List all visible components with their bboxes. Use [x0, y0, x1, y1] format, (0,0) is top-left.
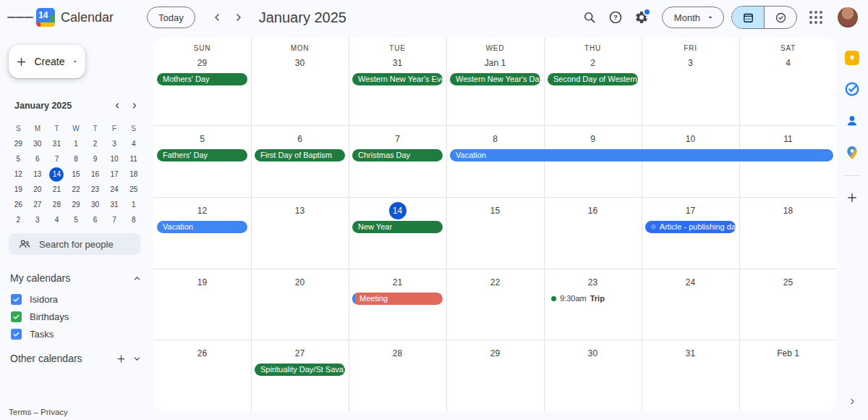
day-cell[interactable]: 13 [251, 198, 349, 219]
day-cell[interactable]: FRI3 [642, 38, 739, 72]
day-cell[interactable]: 8 [446, 126, 544, 148]
day-cell[interactable]: 10 [642, 126, 739, 148]
mini-day-cell[interactable]: 8 [67, 151, 86, 167]
search-button[interactable] [576, 4, 603, 30]
calendar-view-toggle[interactable] [732, 7, 764, 28]
day-cell[interactable]: 16 [544, 198, 642, 219]
day-cell[interactable]: 24 [642, 269, 739, 291]
help-button[interactable]: ? [603, 4, 629, 30]
mini-day-cell[interactable]: 5 [9, 151, 28, 167]
mini-day-cell[interactable]: 13 [28, 167, 48, 182]
maps-panel-button[interactable] [841, 142, 864, 165]
view-selector[interactable]: Month [662, 7, 724, 28]
chevron-down-icon[interactable] [132, 354, 142, 364]
day-cell[interactable]: 28 [349, 340, 446, 362]
mini-day-cell[interactable]: 6 [85, 212, 105, 227]
hide-panel-button[interactable] [841, 390, 864, 413]
mini-day-cell[interactable]: 17 [105, 167, 124, 182]
date-number[interactable]: 30 [584, 345, 602, 362]
create-button[interactable]: Create [9, 45, 85, 78]
google-apps-button[interactable] [803, 4, 829, 30]
day-cell[interactable]: SAT4 [739, 38, 837, 72]
mini-day-cell[interactable]: 12 [9, 167, 28, 182]
day-cell[interactable]: MON30 [251, 38, 349, 72]
today-date[interactable]: 14 [389, 202, 407, 219]
mini-day-cell[interactable]: 22 [67, 182, 86, 197]
mini-day-cell[interactable]: 25 [124, 182, 143, 197]
event-pill[interactable]: Vacation [450, 149, 833, 161]
day-cell[interactable]: 18 [739, 198, 837, 219]
mini-day-cell[interactable]: 29 [9, 136, 28, 151]
day-cell[interactable]: 22 [446, 269, 544, 291]
day-cell[interactable]: 25 [739, 269, 837, 291]
day-cell[interactable]: 5 [153, 126, 251, 148]
mini-day-cell[interactable]: 4 [124, 136, 143, 151]
mini-prev-button[interactable] [109, 97, 126, 114]
day-cell[interactable]: 19 [153, 269, 251, 291]
date-number[interactable]: 11 [780, 130, 797, 148]
contacts-panel-button[interactable] [841, 110, 864, 133]
calendar-checkbox[interactable] [11, 311, 22, 322]
event-pill[interactable]: Meeting [352, 293, 443, 305]
day-cell[interactable]: WEDJan 1 [446, 38, 544, 72]
day-cell[interactable]: 15 [446, 198, 544, 219]
day-cell[interactable]: 29 [446, 340, 544, 362]
date-number[interactable]: 29 [194, 54, 211, 72]
mini-day-cell[interactable]: 21 [47, 182, 67, 197]
calendar-checkbox[interactable] [11, 294, 22, 305]
mini-day-cell[interactable]: 16 [85, 167, 105, 182]
event-pill[interactable]: Fathers' Day [157, 149, 247, 161]
date-number[interactable]: 21 [389, 274, 407, 291]
mini-day-cell[interactable]: 26 [9, 197, 28, 212]
day-cell[interactable]: 6 [251, 126, 349, 148]
date-number[interactable]: 28 [389, 345, 407, 362]
day-cell[interactable]: 27 [251, 340, 349, 362]
tasks-panel-button[interactable] [841, 78, 864, 101]
event-pill[interactable]: Second Day of Western I [548, 73, 638, 85]
date-number[interactable]: 2 [584, 54, 602, 72]
mini-day-cell[interactable]: 1 [124, 197, 143, 212]
date-number[interactable]: 22 [487, 274, 504, 291]
event-pill[interactable]: Vacation [157, 221, 247, 233]
mini-day-cell[interactable]: 2 [85, 136, 105, 151]
event-pill[interactable]: Christmas Day [352, 149, 443, 161]
date-number[interactable]: 20 [292, 274, 309, 291]
date-number[interactable]: 25 [780, 274, 797, 291]
day-cell[interactable]: TUE31 [349, 38, 446, 72]
avatar[interactable] [838, 7, 858, 28]
prev-month-button[interactable] [207, 7, 227, 28]
mini-day-cell[interactable]: 28 [47, 197, 67, 212]
calendar-checkbox[interactable] [11, 329, 22, 340]
today-button[interactable]: Today [147, 7, 195, 28]
settings-button[interactable] [629, 4, 655, 30]
date-number[interactable]: 10 [682, 130, 699, 148]
date-number[interactable]: 23 [584, 274, 602, 291]
day-cell[interactable]: Feb 1 [739, 340, 837, 362]
date-number[interactable]: 18 [780, 202, 797, 219]
day-cell[interactable]: 20 [251, 269, 349, 291]
add-calendar-icon[interactable] [116, 353, 127, 364]
day-cell[interactable]: 31 [642, 340, 739, 362]
date-number[interactable]: 6 [292, 130, 309, 148]
main-menu-icon[interactable] [7, 4, 33, 30]
date-number[interactable]: Jan 1 [483, 54, 507, 72]
date-number[interactable]: 12 [194, 202, 211, 219]
mini-next-button[interactable] [126, 97, 143, 114]
day-cell[interactable]: 7 [349, 126, 446, 148]
mini-day-cell[interactable]: 29 [67, 197, 86, 212]
mini-day-cell[interactable]: 1 [67, 136, 86, 151]
date-number[interactable]: 26 [194, 345, 211, 362]
timed-event[interactable]: 9:30amTrip [548, 293, 638, 305]
mini-day-cell[interactable]: 15 [67, 167, 86, 182]
mini-day-cell[interactable]: 7 [47, 151, 67, 167]
tasks-view-toggle[interactable] [764, 7, 796, 28]
mini-day-cell[interactable]: 3 [105, 136, 124, 151]
mini-day-cell[interactable]: 24 [105, 182, 124, 197]
mini-day-cell[interactable]: 31 [105, 197, 124, 212]
day-cell[interactable]: 14 [349, 198, 446, 219]
day-cell[interactable]: 11 [739, 126, 837, 148]
mini-day-cell[interactable]: 14 [47, 167, 67, 182]
date-number[interactable]: 31 [389, 54, 407, 72]
mini-day-cell[interactable]: 9 [85, 151, 105, 167]
other-calendars-header[interactable]: Other calendars [10, 353, 142, 364]
